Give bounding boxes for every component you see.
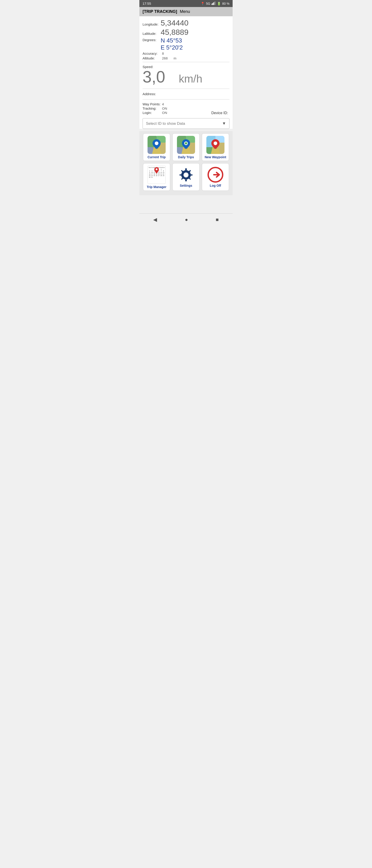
- svg-rect-3: [214, 2, 215, 5]
- battery-icon: 🔋: [217, 2, 221, 5]
- settings-icon: [177, 166, 195, 184]
- login-label: Login:: [143, 111, 161, 115]
- degrees-n: N 45°53: [161, 37, 183, 44]
- address-section: Address:: [143, 91, 229, 97]
- menu-button[interactable]: Menu: [180, 9, 190, 14]
- main-content: Longitude: 5,34440 Laltitude: 45,8889 De…: [139, 16, 233, 129]
- accuracy-item: Accuracy: 8: [143, 52, 164, 55]
- trip-manager-label: Trip Manager: [147, 185, 166, 189]
- speed-unit: km/h: [179, 72, 202, 85]
- new-waypoint-button[interactable]: New Waypoint: [202, 133, 229, 161]
- status-info: Way Points: 4 Tracking: ON Login: ON Dev…: [143, 101, 229, 116]
- speed-value: 3,0: [143, 69, 165, 85]
- log-off-label: Log Off: [210, 184, 221, 187]
- altitude-unit: m: [174, 56, 176, 60]
- home-button[interactable]: ●: [180, 216, 192, 223]
- device-id-dropdown[interactable]: Select ID to show Data ▼: [143, 118, 229, 129]
- waypoints-label: Way Points:: [143, 102, 161, 106]
- degrees-row: Degrees: N 45°53 E 5°20'2: [143, 37, 229, 51]
- latitude-value: 45,8889: [161, 28, 189, 37]
- altitude-row: Altitude: 268 m: [143, 56, 229, 60]
- new-waypoint-label: New Waypoint: [205, 155, 226, 159]
- longitude-value: 5,34440: [161, 19, 189, 27]
- status-right: 📍 5G 🔋 80 %: [201, 1, 229, 6]
- svg-point-30: [156, 168, 158, 170]
- degrees-values: N 45°53 E 5°20'2: [161, 37, 183, 51]
- current-trip-icon: [147, 136, 166, 154]
- accuracy-altitude-row: Accuracy: 8: [143, 52, 229, 55]
- speed-section: Speed: 3,0 km/h: [143, 64, 229, 87]
- status-bar: 17:55 📍 5G 🔋 80 %: [139, 0, 233, 7]
- trip-manager-icon: MonTueWedThuFriSatSun 1 2345678 91011121…: [147, 166, 166, 184]
- top-bar: [TRIP TRACKING] Menu: [139, 7, 233, 16]
- longitude-label: Longitude:: [143, 22, 161, 26]
- svg-point-31: [183, 173, 189, 178]
- degrees-label: Degrees:: [143, 37, 161, 42]
- new-waypoint-icon: [206, 136, 225, 154]
- device-id-label: Device ID:: [211, 111, 229, 115]
- divider-3: [143, 99, 229, 99]
- tracking-row: Tracking: ON: [143, 106, 229, 110]
- login-device-row: Login: ON Device ID:: [143, 111, 229, 115]
- address-label: Address:: [143, 92, 156, 96]
- battery-label: 80 %: [222, 2, 229, 5]
- waypoints-value: 4: [162, 102, 164, 106]
- svg-rect-1: [212, 3, 213, 5]
- daily-trips-label: Daily Trips: [178, 155, 194, 159]
- recent-button[interactable]: ■: [211, 216, 223, 223]
- accuracy-value: 8: [162, 52, 164, 55]
- grid-row-1: Current Trip Daily Trips: [142, 133, 230, 161]
- speed-value-row: 3,0 km/h: [143, 69, 229, 85]
- grid-row-2: MonTueWedThuFriSatSun 1 2345678 91011121…: [142, 163, 230, 191]
- daily-trips-button[interactable]: Daily Trips: [172, 133, 200, 161]
- status-time: 17:55: [143, 2, 151, 5]
- signal-bars-icon: [211, 1, 216, 6]
- dropdown-arrow-icon: ▼: [222, 121, 226, 126]
- degrees-e: E 5°20'2: [161, 44, 183, 51]
- settings-label: Settings: [180, 184, 192, 187]
- login-value: ON: [162, 111, 167, 115]
- longitude-row: Longitude: 5,34440: [143, 19, 229, 27]
- grid-section: Current Trip Daily Trips: [139, 131, 233, 195]
- log-off-icon: [206, 166, 225, 184]
- signal-label: 5G: [206, 2, 210, 5]
- svg-rect-2: [213, 2, 214, 5]
- tracking-value: ON: [162, 106, 167, 110]
- current-trip-button[interactable]: Current Trip: [143, 133, 170, 161]
- bottom-space: [139, 195, 233, 213]
- trip-manager-button[interactable]: MonTueWedThuFriSatSun 1 2345678 91011121…: [143, 163, 170, 191]
- altitude-value: 268: [162, 56, 168, 60]
- svg-point-12: [155, 142, 159, 145]
- divider-2: [143, 89, 229, 89]
- svg-point-29: [213, 142, 217, 145]
- latitude-label: Laltitude:: [143, 32, 161, 35]
- nav-bar: ◀ ● ■: [139, 213, 233, 226]
- svg-rect-4: [215, 1, 216, 5]
- waypoints-row: Way Points: 4: [143, 102, 229, 106]
- settings-button[interactable]: Settings: [172, 163, 200, 191]
- log-off-button[interactable]: Log Off: [202, 163, 229, 191]
- current-trip-label: Current Trip: [147, 155, 166, 159]
- svg-point-21: [185, 142, 187, 145]
- svg-rect-0: [211, 4, 212, 5]
- location-icon: 📍: [201, 2, 205, 5]
- latitude-row: Laltitude: 45,8889: [143, 28, 229, 37]
- altitude-label: Altitude:: [143, 56, 161, 60]
- tracking-label: Tracking:: [143, 106, 161, 110]
- back-button[interactable]: ◀: [149, 216, 162, 223]
- daily-trips-icon: [177, 136, 195, 154]
- accuracy-label: Accuracy:: [143, 52, 161, 55]
- login-row: Login: ON: [143, 111, 167, 115]
- dropdown-text: Select ID to show Data: [146, 121, 185, 126]
- altitude-item: Altitude: 268 m: [143, 56, 176, 60]
- app-title: [TRIP TRACKING]: [143, 9, 177, 14]
